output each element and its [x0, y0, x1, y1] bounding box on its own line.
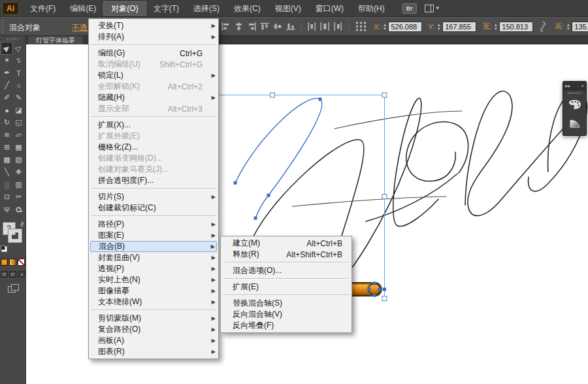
control-bar-grip[interactable]: [1, 20, 4, 33]
hand-tool[interactable]: Ψ: [1, 204, 12, 216]
constrain-proportions-icon[interactable]: [538, 22, 547, 31]
gradient-button[interactable]: [9, 259, 16, 266]
menu-item-clipping-mask[interactable]: 剪切蒙版(M)▶: [89, 313, 218, 324]
height-stepper[interactable]: ▲▼: [565, 23, 571, 31]
x-input[interactable]: 526.088: [388, 22, 422, 32]
paintbrush-tool[interactable]: ✐: [1, 92, 12, 104]
menu-item-create-trim-marks[interactable]: 创建裁切标记(C): [89, 202, 218, 214]
pencil-tool[interactable]: ✎: [13, 92, 24, 104]
zoom-tool[interactable]: Q: [13, 204, 24, 216]
submenu-item-blend-options[interactable]: 混合选项(O)...: [221, 265, 351, 276]
stroke-swatch[interactable]: ?: [8, 229, 22, 242]
mesh-tool[interactable]: ▩: [1, 154, 12, 166]
menu-item-lock[interactable]: 锁定(L)▶: [89, 70, 218, 81]
expand-panel-icon[interactable]: ▸▸: [565, 83, 570, 89]
y-input[interactable]: 167.855: [442, 22, 476, 32]
submenu-item-reverse-front-to-back[interactable]: 反向堆叠(F): [221, 320, 351, 331]
eyedropper-tool[interactable]: ╲: [1, 167, 12, 178]
menu-item-flatten-transparency[interactable]: 拼合透明度(F)...: [89, 175, 218, 186]
menu-edit[interactable]: 编辑(E): [63, 1, 103, 16]
menu-item-hide[interactable]: 隐藏(H)▶: [89, 92, 218, 103]
menu-item-rasterize[interactable]: 栅格化(Z)...: [89, 142, 218, 153]
align-left-icon[interactable]: [221, 22, 231, 31]
magic-wand-tool[interactable]: ✶: [1, 55, 12, 67]
menu-item-artboards[interactable]: 画板(A)▶: [89, 335, 218, 346]
submenu-item-replace-spine[interactable]: 替换混合轴(S): [221, 298, 351, 309]
menu-item-slice[interactable]: 切片(S)▶: [89, 191, 218, 202]
menu-window[interactable]: 窗口(W): [308, 1, 351, 16]
screen-mode-button[interactable]: [8, 284, 18, 292]
menu-item-blend[interactable]: 混合(B)▶: [90, 241, 217, 252]
width-input[interactable]: 150.813: [499, 22, 533, 32]
scale-tool[interactable]: ◱: [13, 117, 24, 129]
align-horizontal-center-icon[interactable]: [234, 22, 244, 31]
none-button[interactable]: [18, 259, 25, 266]
blob-brush-tool[interactable]: ●: [1, 104, 12, 116]
menu-file[interactable]: 文件(F): [23, 1, 63, 16]
selection-tool[interactable]: ▶: [1, 42, 12, 54]
color-button[interactable]: [1, 259, 8, 266]
eraser-tool[interactable]: ◪: [13, 104, 24, 116]
align-bottom-icon[interactable]: [286, 22, 296, 31]
menu-item-pattern[interactable]: 图案(E)▶: [89, 230, 218, 241]
workspace-switcher-button[interactable]: ▼: [425, 5, 440, 12]
gradient-tool[interactable]: ▧: [13, 154, 24, 166]
rotate-tool[interactable]: ↻: [1, 117, 12, 129]
menu-item-group[interactable]: 编组(G)Ctrl+G: [89, 48, 218, 59]
y-stepper[interactable]: ▲▼: [436, 23, 442, 31]
menu-item-live-paint[interactable]: 实时上色(N)▶: [89, 274, 218, 285]
submenu-item-reverse-spine[interactable]: 反向混合轴(V): [221, 309, 351, 320]
menu-item-envelope-distort[interactable]: 封套扭曲(V)▶: [89, 252, 218, 263]
distribute-right-icon[interactable]: [333, 22, 343, 31]
align-top-icon[interactable]: [260, 22, 270, 31]
color-panel-button[interactable]: [566, 96, 583, 113]
submenu-item-release[interactable]: 释放(R)Alt+Shift+Ctrl+B: [221, 249, 351, 260]
close-icon[interactable]: ×: [581, 83, 584, 89]
menu-item-text-wrap[interactable]: 文本绕排(W)▶: [89, 296, 218, 308]
slice-tool[interactable]: ✂: [13, 191, 24, 203]
pen-tool[interactable]: ✒: [1, 67, 12, 79]
free-transform-tool[interactable]: ▱: [13, 129, 24, 141]
height-input[interactable]: 135.249: [572, 22, 588, 32]
symbol-sprayer-tool[interactable]: ░: [1, 179, 12, 191]
default-fill-stroke-icon[interactable]: [1, 246, 7, 252]
gradient-panel-button[interactable]: [566, 114, 583, 131]
menu-item-transform[interactable]: 变换(T)▶: [89, 20, 218, 31]
draw-behind-button[interactable]: [9, 271, 16, 278]
menu-type[interactable]: 文字(T): [146, 1, 186, 16]
menu-item-expand[interactable]: 扩展(X)...: [89, 120, 218, 131]
menu-item-image-trace[interactable]: 图像描摹▶: [89, 285, 218, 296]
swap-fill-stroke-icon[interactable]: ⇄: [18, 220, 26, 228]
document-tab[interactable]: 灯管字体临摹: [28, 36, 83, 44]
submenu-item-expand[interactable]: 扩展(E): [221, 281, 351, 293]
perspective-grid-tool[interactable]: ▦: [13, 142, 24, 153]
width-tool[interactable]: ≋: [1, 129, 12, 141]
line-segment-tool[interactable]: ╱: [1, 80, 12, 91]
blend-tool[interactable]: ❖: [13, 167, 24, 178]
panel-grip[interactable]: [568, 92, 581, 94]
shape-builder-tool[interactable]: ⊞: [1, 142, 12, 153]
align-right-icon[interactable]: [247, 22, 257, 31]
column-graph-tool[interactable]: ▥: [13, 179, 24, 191]
align-vertical-center-icon[interactable]: [273, 22, 283, 31]
menu-item-graph[interactable]: 图表(R)▶: [89, 346, 218, 357]
distribute-left-icon[interactable]: [307, 22, 317, 31]
x-stepper[interactable]: ▲▼: [382, 23, 387, 31]
menu-item-compound-path[interactable]: 复合路径(O)▶: [89, 324, 218, 335]
submenu-item-make[interactable]: 建立(M)Alt+Ctrl+B: [221, 238, 351, 249]
menu-effect[interactable]: 效果(C): [227, 1, 268, 16]
menu-item-perspective[interactable]: 透视(P)▶: [89, 263, 218, 274]
menu-view[interactable]: 视图(V): [268, 1, 308, 16]
menu-item-arrange[interactable]: 排列(A)▶: [89, 31, 218, 42]
ellipse-tool[interactable]: ○: [13, 80, 24, 91]
artboard-tool[interactable]: ⊡: [1, 191, 12, 203]
menu-select[interactable]: 选择(S): [186, 1, 227, 16]
width-stepper[interactable]: ▲▼: [493, 23, 498, 31]
bridge-button[interactable]: Br: [402, 3, 417, 14]
draw-inside-button[interactable]: [18, 271, 25, 278]
lasso-tool[interactable]: ∿: [13, 55, 24, 67]
type-tool[interactable]: T: [13, 67, 24, 79]
menu-object[interactable]: 对象(O): [103, 1, 146, 16]
direct-selection-tool[interactable]: ▷: [13, 42, 24, 54]
draw-normal-button[interactable]: [1, 271, 8, 278]
